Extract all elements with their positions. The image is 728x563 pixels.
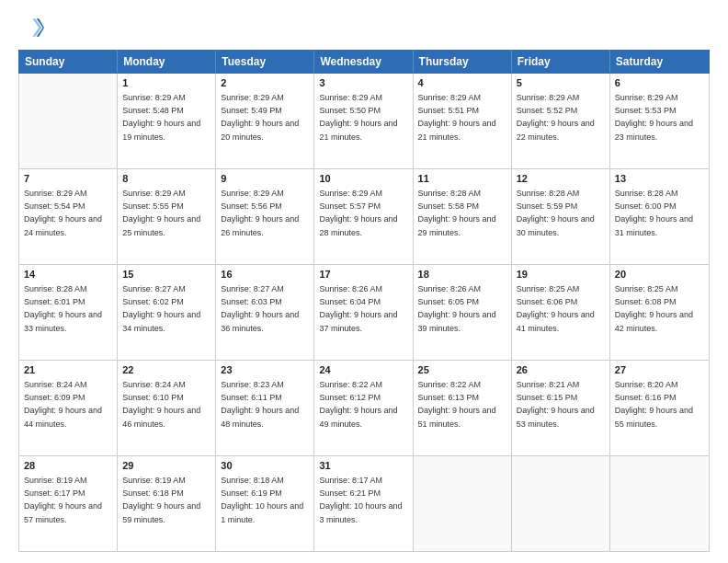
calendar-cell: 10Sunrise: 8:29 AMSunset: 5:57 PMDayligh… (314, 169, 413, 264)
cell-info: Sunrise: 8:17 AMSunset: 6:21 PMDaylight:… (319, 476, 402, 523)
cell-info: Sunrise: 8:19 AMSunset: 6:17 PMDaylight:… (24, 476, 102, 523)
cell-info: Sunrise: 8:27 AMSunset: 6:02 PMDaylight:… (122, 284, 200, 332)
calendar-row: 7Sunrise: 8:29 AMSunset: 5:54 PMDaylight… (19, 169, 709, 265)
calendar-cell: 24Sunrise: 8:22 AMSunset: 6:12 PMDayligh… (314, 361, 413, 455)
calendar-cell: 6Sunrise: 8:29 AMSunset: 5:53 PMDaylight… (610, 74, 709, 168)
calendar-cell (512, 456, 610, 551)
cell-info: Sunrise: 8:26 AMSunset: 6:04 PMDaylight:… (319, 284, 397, 332)
calendar-cell: 23Sunrise: 8:23 AMSunset: 6:11 PMDayligh… (216, 361, 314, 455)
calendar-cell: 18Sunrise: 8:26 AMSunset: 6:05 PMDayligh… (414, 265, 512, 360)
cell-info: Sunrise: 8:28 AMSunset: 6:00 PMDaylight:… (615, 189, 693, 236)
cell-info: Sunrise: 8:29 AMSunset: 5:54 PMDaylight:… (24, 189, 102, 236)
day-number: 6 (615, 76, 704, 90)
calendar-cell: 29Sunrise: 8:19 AMSunset: 6:18 PMDayligh… (118, 456, 216, 551)
calendar-cell: 9Sunrise: 8:29 AMSunset: 5:56 PMDaylight… (216, 169, 314, 264)
cell-info: Sunrise: 8:28 AMSunset: 6:01 PMDaylight:… (24, 284, 102, 332)
cell-info: Sunrise: 8:25 AMSunset: 6:08 PMDaylight:… (615, 284, 693, 332)
day-number: 14 (24, 268, 112, 282)
calendar-cell: 20Sunrise: 8:25 AMSunset: 6:08 PMDayligh… (610, 265, 709, 360)
day-number: 13 (615, 172, 704, 186)
weekday-header: Wednesday (314, 51, 413, 73)
calendar-row: 28Sunrise: 8:19 AMSunset: 6:17 PMDayligh… (19, 456, 709, 551)
calendar-cell (19, 74, 118, 168)
calendar-cell: 1Sunrise: 8:29 AMSunset: 5:48 PMDaylight… (118, 74, 216, 168)
calendar-cell: 25Sunrise: 8:22 AMSunset: 6:13 PMDayligh… (414, 361, 512, 455)
cell-info: Sunrise: 8:20 AMSunset: 6:16 PMDaylight:… (615, 380, 693, 428)
cell-info: Sunrise: 8:29 AMSunset: 5:48 PMDaylight:… (122, 93, 200, 141)
day-number: 12 (517, 172, 605, 186)
calendar: SundayMondayTuesdayWednesdayThursdayFrid… (18, 50, 710, 552)
calendar-cell: 16Sunrise: 8:27 AMSunset: 6:03 PMDayligh… (216, 265, 314, 360)
calendar-cell: 26Sunrise: 8:21 AMSunset: 6:15 PMDayligh… (512, 361, 610, 455)
cell-info: Sunrise: 8:29 AMSunset: 5:57 PMDaylight:… (319, 189, 397, 236)
calendar-cell: 19Sunrise: 8:25 AMSunset: 6:06 PMDayligh… (512, 265, 610, 360)
cell-info: Sunrise: 8:29 AMSunset: 5:53 PMDaylight:… (615, 93, 693, 141)
cell-info: Sunrise: 8:29 AMSunset: 5:52 PMDaylight:… (517, 93, 595, 141)
weekday-header: Friday (512, 51, 610, 73)
calendar-cell: 28Sunrise: 8:19 AMSunset: 6:17 PMDayligh… (19, 456, 118, 551)
cell-info: Sunrise: 8:27 AMSunset: 6:03 PMDaylight:… (221, 284, 299, 332)
day-number: 18 (418, 268, 506, 282)
calendar-cell: 3Sunrise: 8:29 AMSunset: 5:50 PMDaylight… (314, 74, 413, 168)
calendar-cell: 15Sunrise: 8:27 AMSunset: 6:02 PMDayligh… (118, 265, 216, 360)
calendar-body: 1Sunrise: 8:29 AMSunset: 5:48 PMDaylight… (18, 74, 710, 552)
logo (18, 15, 48, 40)
calendar-cell: 2Sunrise: 8:29 AMSunset: 5:49 PMDaylight… (216, 74, 314, 168)
header (18, 15, 710, 40)
cell-info: Sunrise: 8:24 AMSunset: 6:10 PMDaylight:… (122, 380, 200, 428)
logo-icon (18, 15, 44, 40)
day-number: 1 (122, 76, 210, 90)
calendar-cell (610, 456, 709, 551)
weekday-header: Sunday (19, 51, 118, 73)
cell-info: Sunrise: 8:26 AMSunset: 6:05 PMDaylight:… (418, 284, 496, 332)
weekday-header: Tuesday (216, 51, 314, 73)
day-number: 22 (122, 363, 210, 377)
calendar-cell: 4Sunrise: 8:29 AMSunset: 5:51 PMDaylight… (414, 74, 512, 168)
day-number: 17 (319, 268, 407, 282)
calendar-row: 1Sunrise: 8:29 AMSunset: 5:48 PMDaylight… (19, 74, 709, 169)
calendar-cell: 5Sunrise: 8:29 AMSunset: 5:52 PMDaylight… (512, 74, 610, 168)
day-number: 10 (319, 172, 407, 186)
day-number: 16 (221, 268, 309, 282)
day-number: 29 (122, 459, 210, 473)
weekday-header: Saturday (610, 51, 709, 73)
calendar-row: 21Sunrise: 8:24 AMSunset: 6:09 PMDayligh… (19, 361, 709, 456)
day-number: 21 (24, 363, 112, 377)
cell-info: Sunrise: 8:29 AMSunset: 5:50 PMDaylight:… (319, 93, 397, 141)
calendar-cell: 7Sunrise: 8:29 AMSunset: 5:54 PMDaylight… (19, 169, 118, 264)
day-number: 24 (319, 363, 407, 377)
calendar-cell: 27Sunrise: 8:20 AMSunset: 6:16 PMDayligh… (610, 361, 709, 455)
calendar-cell: 11Sunrise: 8:28 AMSunset: 5:58 PMDayligh… (414, 169, 512, 264)
day-number: 7 (24, 172, 112, 186)
calendar-cell: 30Sunrise: 8:18 AMSunset: 6:19 PMDayligh… (216, 456, 314, 551)
day-number: 28 (24, 459, 112, 473)
day-number: 11 (418, 172, 506, 186)
calendar-cell: 31Sunrise: 8:17 AMSunset: 6:21 PMDayligh… (314, 456, 413, 551)
cell-info: Sunrise: 8:28 AMSunset: 5:58 PMDaylight:… (418, 189, 496, 236)
calendar-header: SundayMondayTuesdayWednesdayThursdayFrid… (18, 50, 710, 74)
calendar-cell: 13Sunrise: 8:28 AMSunset: 6:00 PMDayligh… (610, 169, 709, 264)
day-number: 26 (517, 363, 605, 377)
day-number: 20 (615, 268, 704, 282)
calendar-cell: 21Sunrise: 8:24 AMSunset: 6:09 PMDayligh… (19, 361, 118, 455)
cell-info: Sunrise: 8:29 AMSunset: 5:49 PMDaylight:… (221, 93, 299, 141)
calendar-cell: 17Sunrise: 8:26 AMSunset: 6:04 PMDayligh… (314, 265, 413, 360)
day-number: 19 (517, 268, 605, 282)
day-number: 27 (615, 363, 704, 377)
weekday-header: Thursday (414, 51, 512, 73)
calendar-cell: 14Sunrise: 8:28 AMSunset: 6:01 PMDayligh… (19, 265, 118, 360)
calendar-cell: 12Sunrise: 8:28 AMSunset: 5:59 PMDayligh… (512, 169, 610, 264)
day-number: 30 (221, 459, 309, 473)
cell-info: Sunrise: 8:18 AMSunset: 6:19 PMDaylight:… (221, 476, 303, 523)
day-number: 15 (122, 268, 210, 282)
day-number: 23 (221, 363, 309, 377)
cell-info: Sunrise: 8:25 AMSunset: 6:06 PMDaylight:… (517, 284, 595, 332)
cell-info: Sunrise: 8:29 AMSunset: 5:56 PMDaylight:… (221, 189, 299, 236)
day-number: 8 (122, 172, 210, 186)
day-number: 25 (418, 363, 506, 377)
day-number: 5 (517, 76, 605, 90)
day-number: 31 (319, 459, 407, 473)
cell-info: Sunrise: 8:22 AMSunset: 6:12 PMDaylight:… (319, 380, 397, 428)
cell-info: Sunrise: 8:29 AMSunset: 5:55 PMDaylight:… (122, 189, 200, 236)
day-number: 3 (319, 76, 407, 90)
